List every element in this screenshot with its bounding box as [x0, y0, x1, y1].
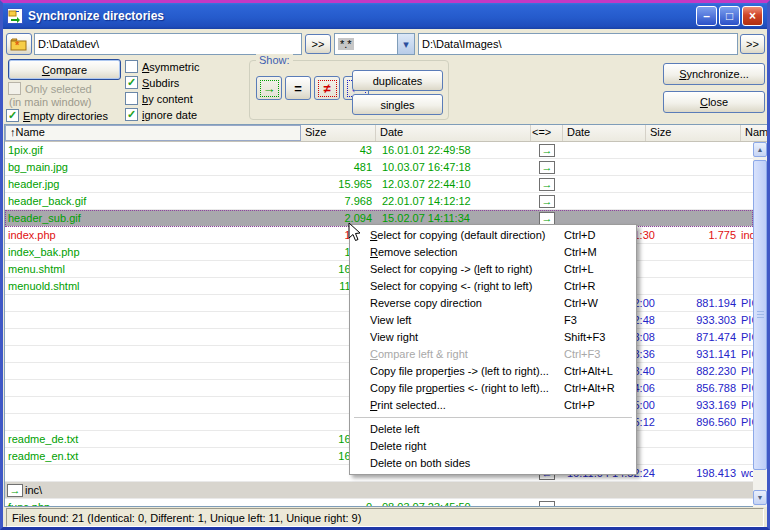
file-row[interactable]: bg_main.jpg48110.03.07 16:47:18→	[5, 159, 753, 176]
menu-item-shortcut: Ctrl+D	[564, 227, 595, 244]
show-group: Show: →=≠← duplicates singles	[249, 60, 449, 120]
header-date-right[interactable]: Date	[563, 125, 646, 141]
context-menu-item[interactable]: Reverse copy directionCtrl+W	[352, 295, 634, 312]
file-size-right	[646, 261, 741, 277]
menu-item-shortcut: Ctrl+L	[564, 261, 594, 278]
singles-button[interactable]: singles	[352, 94, 443, 115]
header-direction[interactable]: <=>	[531, 125, 563, 141]
synchronize-button[interactable]: Synchronize...	[663, 63, 765, 85]
file-row[interactable]: header.jpg15.96512.03.07 22:44:10→	[5, 176, 753, 193]
file-name-right: PICT0846.JPG	[741, 380, 753, 396]
by-content-checkbox[interactable]: by content	[125, 92, 193, 105]
close-button[interactable]: Close	[663, 91, 765, 113]
file-name-left: func.php	[5, 499, 301, 506]
menu-item-shortcut: Shift+F3	[564, 329, 605, 346]
copy-right-arrow-icon[interactable]: →	[539, 144, 555, 157]
context-menu-item[interactable]: View leftF3	[352, 312, 634, 329]
direction-cell: →	[531, 499, 563, 506]
left-expand-button[interactable]: >>	[305, 34, 331, 54]
context-menu-item[interactable]: Delete left	[352, 421, 634, 438]
copy-right-arrow-icon[interactable]: →	[539, 195, 555, 208]
context-menu-item[interactable]: Delete on both sides	[352, 455, 634, 472]
file-name-left: header_back.gif	[5, 193, 301, 209]
file-size-left: 43	[301, 142, 376, 158]
directory-header-row[interactable]: →inc\	[5, 482, 753, 499]
menu-item-shortcut: Ctrl+F3	[564, 346, 600, 363]
scroll-up-button[interactable]: ▲	[753, 142, 767, 157]
right-expand-button[interactable]: >>	[740, 34, 765, 54]
file-row[interactable]: func.php008.03.07 23:45:50→	[5, 499, 753, 506]
header-name-right[interactable]: Name	[741, 125, 767, 141]
window-title: Synchronize directories	[28, 9, 694, 23]
context-menu-item[interactable]: Select for copying (default direction)Ct…	[352, 227, 634, 244]
left-path-input[interactable]	[34, 33, 302, 55]
filter-combobox[interactable]: *.* ▾	[334, 33, 415, 55]
compare-button[interactable]: Compare	[8, 59, 121, 80]
file-name-left: index_bak.php	[5, 244, 301, 260]
context-menu-item[interactable]: Print selected...Ctrl+P	[352, 397, 634, 414]
file-date-left: 08.03.07 23:45:50	[376, 499, 531, 506]
app-icon	[7, 8, 23, 24]
folder-star-icon: *	[10, 37, 28, 51]
filter-value: *.*	[338, 38, 354, 50]
file-name-right: PICT0842.JPG	[741, 312, 753, 328]
file-name-left: bg_main.jpg	[5, 159, 301, 175]
scroll-down-button[interactable]: ▼	[753, 490, 767, 505]
direction-cell: →	[531, 176, 563, 192]
header-size-right[interactable]: Size	[646, 125, 741, 141]
duplicates-button[interactable]: duplicates	[352, 70, 443, 91]
file-date-left: 12.03.07 22:44:10	[376, 176, 531, 192]
header-date-left[interactable]: Date	[376, 125, 531, 141]
folder-select-button[interactable]: *	[6, 33, 32, 55]
context-menu-item[interactable]: View rightShift+F3	[352, 329, 634, 346]
copy-right-arrow-icon[interactable]: →	[539, 212, 555, 225]
scrollbar-thumb[interactable]	[753, 160, 767, 470]
ignore-date-checkbox[interactable]: ignore date	[125, 108, 197, 121]
header-size-left[interactable]: Size	[301, 125, 376, 141]
copy-right-arrow-icon[interactable]: →	[539, 501, 555, 507]
context-menu-item[interactable]: Select for copying -> (left to right)Ctr…	[352, 261, 634, 278]
status-bar: Files found: 21 (Identical: 0, Different…	[6, 508, 764, 527]
file-row[interactable]: header_back.gif7.96822.01.07 14:12:12→	[5, 193, 753, 210]
titlebar[interactable]: Synchronize directories – □ ×	[3, 3, 767, 29]
copy-right-arrow-icon[interactable]: →	[539, 178, 555, 191]
close-window-button[interactable]: ×	[742, 6, 763, 26]
file-size-left: 481	[301, 159, 376, 175]
menu-item-label: Remove selection	[370, 246, 457, 258]
header-name-left[interactable]: ↑Name	[5, 125, 301, 141]
asymmetric-checkbox[interactable]: Asymmetric	[125, 60, 199, 73]
file-size-right	[646, 159, 741, 175]
show-equal-button[interactable]: =	[285, 76, 311, 100]
file-size-right	[646, 176, 741, 192]
file-name-left: readme_de.txt	[5, 431, 301, 447]
minimize-button[interactable]: –	[696, 6, 717, 26]
chevron-down-icon[interactable]: ▾	[397, 34, 414, 54]
menu-separator	[354, 417, 632, 418]
file-name-left	[5, 346, 301, 362]
file-name-left	[5, 363, 301, 379]
only-selected-checkbox[interactable]: Only selected	[8, 82, 92, 95]
file-size-right	[646, 448, 741, 464]
context-menu-item[interactable]: Copy file properties <- (right to left).…	[352, 380, 634, 397]
context-menu-item[interactable]: Select for copying <- (right to left)Ctr…	[352, 278, 634, 295]
maximize-button[interactable]: □	[719, 6, 740, 26]
show-not-equal-button[interactable]: ≠	[314, 76, 340, 100]
file-date-right	[563, 499, 646, 506]
empty-directories-checkbox[interactable]: Empty directories	[6, 109, 108, 122]
copy-right-arrow-icon[interactable]: →	[539, 161, 555, 174]
main-window-note: (in main window)	[9, 96, 92, 108]
context-menu-item[interactable]: Copy file properties -> (left to right).…	[352, 363, 634, 380]
file-size-right	[646, 210, 741, 226]
copy-right-arrow-icon[interactable]: →	[7, 484, 23, 497]
file-row[interactable]: 1pix.gif4316.01.01 22:49:58→	[5, 142, 753, 159]
file-name-left: header.jpg	[5, 176, 301, 192]
subdirs-checkbox[interactable]: Subdirs	[125, 76, 179, 89]
context-menu-item[interactable]: Delete right	[352, 438, 634, 455]
context-menu-item[interactable]: Remove selectionCtrl+M	[352, 244, 634, 261]
svg-text:*: *	[15, 39, 20, 51]
context-menu-item: Compare left & rightCtrl+F3	[352, 346, 634, 363]
vertical-scrollbar[interactable]: ▲ ▼	[753, 142, 767, 507]
show-copy-right-button[interactable]: →	[256, 76, 282, 100]
right-path-input[interactable]	[418, 33, 738, 55]
file-date-right	[563, 193, 646, 209]
